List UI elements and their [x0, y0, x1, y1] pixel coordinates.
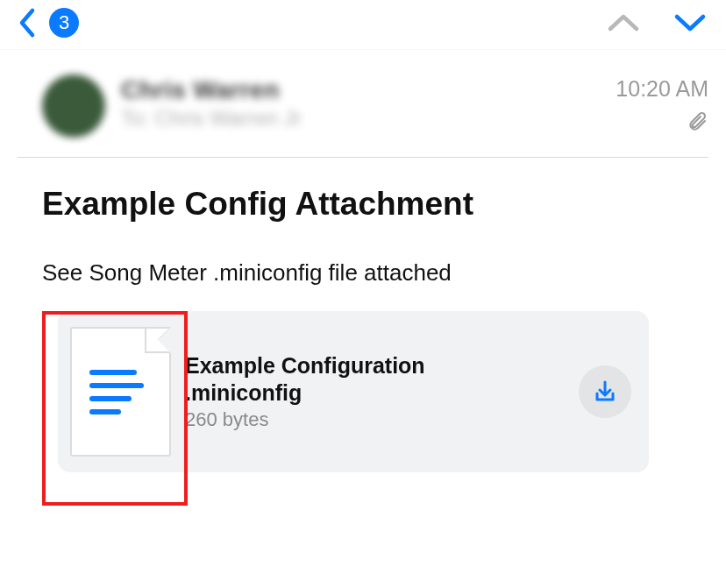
unread-count: 3: [59, 11, 69, 34]
chevron-left-icon: [18, 7, 37, 39]
download-button[interactable]: [579, 365, 631, 418]
file-lines-icon: [89, 370, 144, 414]
unread-badge[interactable]: 3: [49, 8, 79, 38]
sender-avatar[interactable]: [42, 74, 105, 138]
message-header: Chris Warren To: Chris Warren Jr 10:20 A…: [18, 50, 708, 158]
toolbar-left: 3: [18, 7, 79, 39]
attachment-area: Example Configuration .miniconfig 260 by…: [42, 311, 708, 472]
next-message-button[interactable]: [672, 11, 708, 34]
back-button[interactable]: [18, 7, 37, 39]
attachment-card[interactable]: Example Configuration .miniconfig 260 by…: [58, 311, 649, 472]
chevron-up-icon: [605, 11, 642, 34]
attachment-name-line1: Example Configuration: [185, 352, 565, 379]
timestamp: 10:20 AM: [616, 76, 708, 102]
file-icon: [70, 327, 171, 457]
attachment-indicator-icon: [616, 110, 708, 133]
message-body: See Song Meter .miniconfig file attached: [42, 259, 708, 287]
attachment-name-line2: .miniconfig: [185, 379, 565, 407]
message-subject: Example Config Attachment: [42, 186, 708, 223]
sender-block[interactable]: Chris Warren To: Chris Warren Jr: [121, 74, 616, 131]
attachment-size: 260 bytes: [185, 408, 565, 431]
recipient-line: To: Chris Warren Jr: [121, 106, 616, 131]
toolbar: 3: [0, 0, 726, 50]
sender-name: Chris Warren: [121, 76, 616, 104]
meta-block: 10:20 AM: [616, 74, 708, 133]
dog-ear-icon: [145, 327, 171, 353]
toolbar-right: [605, 11, 708, 34]
attachment-info: Example Configuration .miniconfig 260 by…: [185, 352, 565, 432]
previous-message-button[interactable]: [605, 11, 642, 34]
download-icon: [592, 379, 618, 405]
chevron-down-icon: [672, 11, 708, 34]
message-content: Chris Warren To: Chris Warren Jr 10:20 A…: [0, 50, 726, 472]
